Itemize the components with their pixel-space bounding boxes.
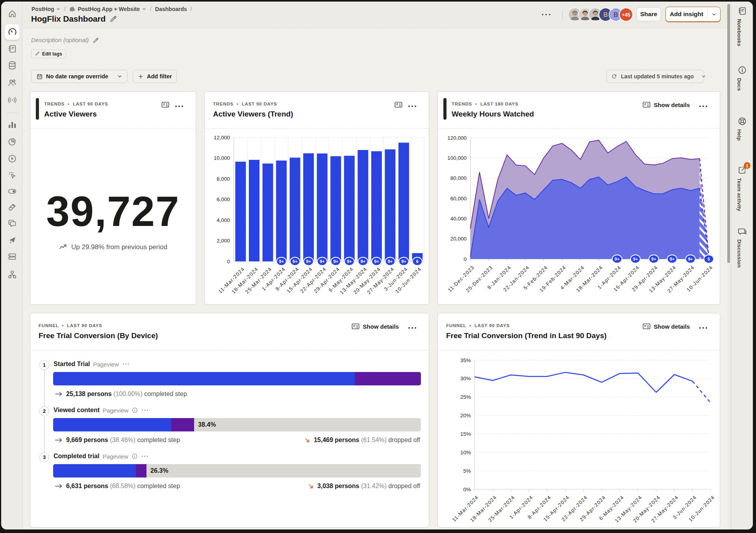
svg-text:9+: 9+ bbox=[361, 259, 366, 264]
svg-text:+45: +45 bbox=[622, 12, 630, 18]
svg-text:8,000: 8,000 bbox=[217, 176, 230, 182]
svg-text:9+: 9+ bbox=[374, 259, 379, 264]
svg-text:0: 0 bbox=[227, 259, 230, 265]
svg-text:80,000: 80,000 bbox=[450, 175, 467, 181]
svg-text:9+: 9+ bbox=[333, 259, 338, 264]
svg-text:5: 5 bbox=[708, 257, 710, 261]
svg-text:60,000: 60,000 bbox=[450, 196, 467, 202]
svg-text:100,000: 100,000 bbox=[447, 155, 467, 161]
svg-text:30%: 30% bbox=[460, 376, 471, 381]
svg-text:20,000: 20,000 bbox=[450, 236, 467, 242]
svg-text:9+: 9+ bbox=[279, 259, 284, 264]
svg-text:9+: 9+ bbox=[688, 257, 693, 261]
svg-text:9+: 9+ bbox=[388, 259, 393, 264]
svg-text:9+: 9+ bbox=[347, 259, 352, 264]
svg-text:5%: 5% bbox=[463, 468, 471, 474]
svg-text:0: 0 bbox=[463, 256, 467, 262]
svg-text:9+: 9+ bbox=[615, 257, 620, 261]
svg-text:6,000: 6,000 bbox=[217, 196, 230, 202]
svg-text:9+: 9+ bbox=[633, 257, 638, 261]
svg-text:35%: 35% bbox=[460, 357, 471, 363]
svg-text:9+: 9+ bbox=[320, 259, 325, 264]
svg-text:2,000: 2,000 bbox=[217, 238, 230, 244]
svg-text:40,000: 40,000 bbox=[450, 216, 467, 222]
svg-text:120,000: 120,000 bbox=[447, 135, 467, 141]
svg-text:20%: 20% bbox=[460, 413, 471, 418]
svg-text:9+: 9+ bbox=[293, 259, 298, 264]
svg-text:9+: 9+ bbox=[401, 259, 406, 264]
svg-text:10,000: 10,000 bbox=[214, 155, 230, 161]
svg-text:9+: 9+ bbox=[306, 259, 311, 264]
svg-text:15%: 15% bbox=[460, 431, 471, 437]
svg-text:9+: 9+ bbox=[670, 257, 675, 261]
svg-text:4,000: 4,000 bbox=[217, 217, 230, 223]
svg-text:6: 6 bbox=[416, 259, 419, 264]
svg-text:0%: 0% bbox=[463, 487, 471, 492]
svg-text:B: B bbox=[613, 11, 618, 18]
svg-text:B: B bbox=[603, 11, 608, 18]
svg-text:12,000: 12,000 bbox=[214, 135, 230, 141]
svg-text:10%: 10% bbox=[460, 450, 471, 455]
svg-text:9+: 9+ bbox=[651, 257, 656, 261]
svg-text:25%: 25% bbox=[460, 394, 471, 400]
